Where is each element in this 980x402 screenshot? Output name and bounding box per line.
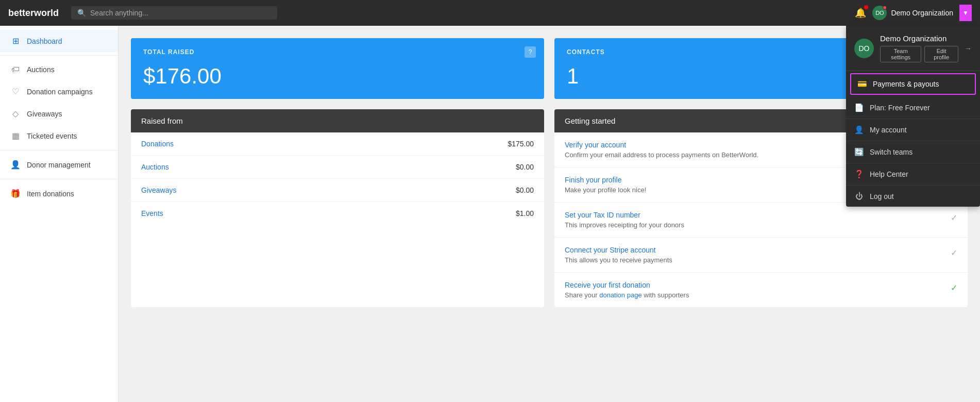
donation-campaigns-icon: ♡ <box>10 87 21 96</box>
sidebar-item-dashboard[interactable]: ⊞ Dashboard <box>0 30 118 52</box>
sidebar-item-ticketed-events[interactable]: ▦ Ticketed events <box>0 125 118 147</box>
dropdown-org-buttons: Team settings Edit profile <box>880 46 958 62</box>
plan-icon: 📄 <box>854 103 864 112</box>
dropdown-header: DO Demo Organization Team settings Edit … <box>846 26 980 71</box>
gs-item-verify-content: Verify your account Confirm your email a… <box>565 141 758 159</box>
dropdown-item-payments[interactable]: 💳 Payments & payouts <box>850 73 976 95</box>
dropdown-item-help-center-label: Help Center <box>870 170 908 178</box>
edit-profile-button[interactable]: Edit profile <box>924 46 958 62</box>
dropdown-item-plan[interactable]: 📄 Plan: Free Forever <box>846 97 980 119</box>
dropdown-arrow-icon: → <box>965 44 972 53</box>
dashboard-icon: ⊞ <box>10 36 21 46</box>
dropdown-item-switch-teams[interactable]: 🔄 Switch teams <box>846 141 980 163</box>
user-dropdown: DO Demo Organization Team settings Edit … <box>846 26 980 207</box>
org-name: Demo Organization <box>891 9 953 17</box>
total-raised-help-icon[interactable]: ? <box>525 46 536 58</box>
gs-stripe-desc: This allows you to receive payments <box>565 256 672 264</box>
raised-from-header: Raised from <box>131 109 544 132</box>
gs-first-donation-check: ✓ <box>951 283 957 293</box>
notification-badge <box>864 5 868 9</box>
org-selector[interactable]: DO Demo Organization <box>872 6 953 20</box>
gs-tax-desc: This improves receipting for your donors <box>565 221 684 229</box>
raised-giveaways-link[interactable]: Giveaways <box>141 186 176 194</box>
raised-auctions-link[interactable]: Auctions <box>141 163 169 171</box>
raised-giveaways-value: $0.00 <box>516 186 534 194</box>
gs-verify-title[interactable]: Verify your account <box>565 141 758 149</box>
raised-events-value: $1.00 <box>516 209 534 217</box>
gs-first-donation-title[interactable]: Receive your first donation <box>565 281 689 289</box>
sidebar-divider-2 <box>0 150 118 150</box>
sidebar-divider-3 <box>0 179 118 179</box>
raised-item-auctions: Auctions $0.00 <box>131 156 544 179</box>
gs-stripe-check: ✓ <box>951 248 957 258</box>
gs-finish-title[interactable]: Finish your profile <box>565 176 646 184</box>
sidebar-item-donor-management-label: Donor management <box>27 161 91 169</box>
auctions-icon: 🏷 <box>10 65 21 74</box>
gs-item-first-donation: Receive your first donation Share your d… <box>554 273 968 307</box>
team-settings-button[interactable]: Team settings <box>880 46 921 62</box>
navbar-right: 🔔 DO Demo Organization ▼ <box>855 5 972 21</box>
gs-item-tax-id: Set your Tax ID number This improves rec… <box>554 203 968 238</box>
gs-first-donation-desc-prefix: Share your <box>565 291 599 299</box>
item-donations-icon: 🎁 <box>10 189 21 198</box>
raised-donations-link[interactable]: Donations <box>141 140 174 148</box>
dropdown-toggle-button[interactable]: ▼ <box>959 5 972 21</box>
notifications-bell[interactable]: 🔔 <box>855 7 866 19</box>
dropdown-item-my-account[interactable]: 👤 My account <box>846 119 980 141</box>
gs-stripe-title[interactable]: Connect your Stripe account <box>565 246 672 254</box>
gs-item-stripe: Connect your Stripe account This allows … <box>554 238 968 273</box>
total-raised-label: TOTAL RAISED <box>143 48 532 56</box>
sidebar-item-donation-campaigns[interactable]: ♡ Donation campaigns <box>0 80 118 103</box>
sidebar-item-giveaways[interactable]: ◇ Giveaways <box>0 103 118 125</box>
sidebar-item-giveaways-label: Giveaways <box>27 110 62 118</box>
search-bar[interactable]: 🔍 Search anything... <box>71 6 277 20</box>
total-raised-value: $176.00 <box>143 64 532 89</box>
gs-item-tax-content: Set your Tax ID number This improves rec… <box>565 211 684 229</box>
sidebar-item-donor-management[interactable]: 👤 Donor management <box>0 154 118 176</box>
gs-first-donation-desc-suffix: with supporters <box>642 291 689 299</box>
sidebar-item-auctions[interactable]: 🏷 Auctions <box>0 59 118 80</box>
gs-item-finish-content: Finish your profile Make your profile lo… <box>565 176 646 194</box>
sidebar-item-ticketed-events-label: Ticketed events <box>27 132 77 140</box>
gs-donation-page-link[interactable]: donation page <box>599 291 641 299</box>
sidebar-item-donation-campaigns-label: Donation campaigns <box>27 88 93 96</box>
avatar: DO <box>872 6 887 20</box>
sidebar: ⊞ Dashboard 🏷 Auctions ♡ Donation campai… <box>0 26 119 402</box>
gs-item-stripe-content: Connect your Stripe account This allows … <box>565 246 672 264</box>
sidebar-item-dashboard-label: Dashboard <box>27 37 62 45</box>
raised-item-giveaways: Giveaways $0.00 <box>131 179 544 202</box>
dropdown-item-log-out[interactable]: ⏻ Log out <box>846 186 980 207</box>
help-center-icon: ❓ <box>854 170 864 179</box>
gs-first-donation-desc: Share your donation page with supporters <box>565 291 689 299</box>
sidebar-item-item-donations[interactable]: 🎁 Item donations <box>0 182 118 205</box>
dropdown-item-help-center[interactable]: ❓ Help Center <box>846 163 980 186</box>
dropdown-org-info: Demo Organization Team settings Edit pro… <box>880 34 958 62</box>
total-raised-card: TOTAL RAISED $176.00 ? <box>131 38 544 99</box>
ticketed-events-icon: ▦ <box>10 131 21 141</box>
gs-tax-check: ✓ <box>951 213 957 223</box>
dropdown-avatar: DO <box>854 39 874 58</box>
sidebar-item-auctions-label: Auctions <box>27 65 55 74</box>
my-account-icon: 👤 <box>854 125 864 135</box>
sidebar-divider-1 <box>0 55 118 56</box>
gs-item-first-donation-content: Receive your first donation Share your d… <box>565 281 689 299</box>
navbar: betterworld 🔍 Search anything... 🔔 DO De… <box>0 0 980 26</box>
log-out-icon: ⏻ <box>854 192 864 200</box>
payments-icon: 💳 <box>857 79 867 89</box>
raised-donations-value: $175.00 <box>508 140 534 148</box>
raised-events-link[interactable]: Events <box>141 209 163 217</box>
dropdown-item-plan-label: Plan: Free Forever <box>870 104 930 112</box>
raised-auctions-value: $0.00 <box>516 163 534 171</box>
gs-finish-desc: Make your profile look nice! <box>565 186 646 194</box>
gs-verify-desc: Confirm your email address to process pa… <box>565 151 758 159</box>
dropdown-item-my-account-label: My account <box>870 126 907 134</box>
dropdown-item-switch-teams-label: Switch teams <box>870 148 913 156</box>
stats-row: TOTAL RAISED $176.00 ? CONTACTS 1 <box>131 38 968 99</box>
raised-item-donations: Donations $175.00 <box>131 132 544 156</box>
brand-logo: betterworld <box>8 8 59 19</box>
dropdown-item-payments-label: Payments & payouts <box>873 80 939 88</box>
dropdown-item-log-out-label: Log out <box>870 192 894 200</box>
gs-tax-title[interactable]: Set your Tax ID number <box>565 211 684 219</box>
search-placeholder: Search anything... <box>90 9 148 17</box>
dropdown-org-name: Demo Organization <box>880 34 958 43</box>
